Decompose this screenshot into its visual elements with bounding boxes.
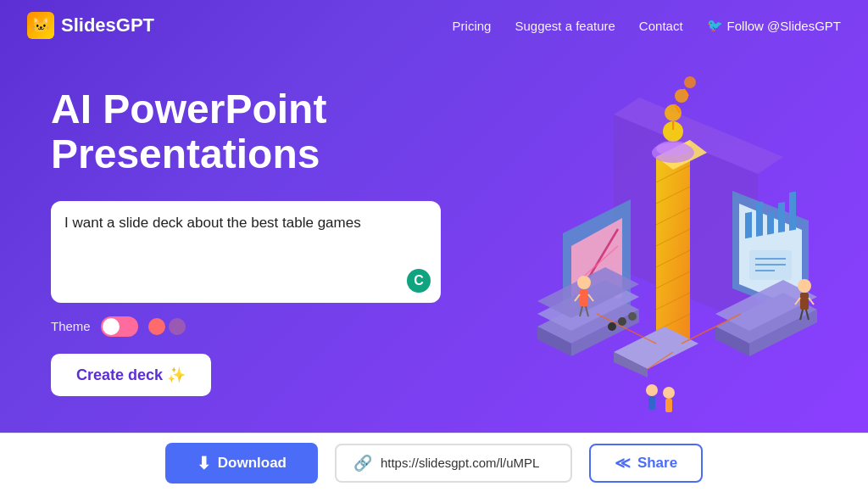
text-input-wrapper: I want a slide deck about the best table…: [51, 201, 441, 303]
nav-pricing[interactable]: Pricing: [453, 19, 492, 33]
link-icon: 🔗: [353, 454, 372, 472]
svg-rect-10: [767, 212, 774, 234]
share-button[interactable]: ≪ Share: [589, 444, 703, 483]
url-display: 🔗 https://slidesgpt.com/l/uMPL: [335, 444, 572, 483]
brand-name: SlidesGPT: [61, 14, 154, 36]
twitter-label: Follow @SlidesGPT: [727, 19, 841, 33]
svg-rect-53: [800, 293, 809, 310]
prompt-input[interactable]: I want a slide deck about the best table…: [64, 215, 427, 266]
nav-suggest[interactable]: Suggest a feature: [515, 19, 615, 33]
svg-point-46: [577, 276, 591, 289]
share-url: https://slidesgpt.com/l/uMPL: [381, 456, 540, 470]
theme-row: Theme: [51, 316, 475, 337]
twitter-icon: 🐦: [707, 18, 723, 33]
svg-point-52: [798, 279, 811, 293]
svg-point-26: [684, 76, 696, 88]
logo-area: 🐱 SlidesGPT: [27, 12, 154, 39]
navbar: 🐱 SlidesGPT Pricing Suggest a feature Co…: [0, 0, 868, 51]
svg-point-60: [663, 387, 675, 399]
logo-icon: 🐱: [27, 12, 54, 39]
nav-contact[interactable]: Contact: [639, 19, 683, 33]
chatgpt-icon: C: [407, 269, 431, 293]
download-button[interactable]: ⬇ Download: [165, 443, 318, 484]
svg-point-62: [608, 322, 616, 331]
logo-emoji: 🐱: [31, 16, 50, 35]
create-deck-button[interactable]: Create deck ✨: [51, 354, 211, 396]
svg-rect-61: [665, 399, 672, 412]
chatgpt-letter: C: [414, 273, 424, 288]
svg-rect-47: [580, 289, 588, 306]
download-icon: ⬇: [197, 453, 211, 473]
bottom-bar: ⬇ Download 🔗 https://slidesgpt.com/l/uMP…: [0, 433, 868, 492]
download-label: Download: [218, 455, 287, 472]
main-area: 🐱 SlidesGPT Pricing Suggest a feature Co…: [0, 0, 868, 433]
theme-toggle[interactable]: [101, 316, 138, 337]
svg-rect-8: [745, 212, 752, 238]
nav-links: Pricing Suggest a feature Contact 🐦 Foll…: [453, 18, 841, 33]
hero-illustration: [487, 64, 843, 420]
left-panel: AI PowerPoint Presentations I want a sli…: [51, 87, 475, 396]
theme-label: Theme: [51, 319, 91, 333]
svg-point-64: [628, 312, 637, 321]
share-label: Share: [637, 455, 677, 472]
toggle-knob: [103, 318, 120, 335]
theme-dot-1: [148, 318, 165, 335]
svg-marker-13: [656, 140, 690, 361]
svg-point-58: [646, 384, 658, 396]
hero-content: AI PowerPoint Presentations I want a sli…: [0, 51, 868, 433]
nav-twitter[interactable]: 🐦 Follow @SlidesGPT: [707, 18, 841, 33]
illustration-panel: [487, 64, 843, 420]
hero-title-line2: Presentations: [51, 131, 320, 176]
share-icon: ≪: [615, 454, 631, 472]
svg-rect-59: [648, 396, 655, 410]
svg-point-45: [656, 141, 690, 156]
theme-dots: [148, 318, 186, 335]
hero-title: AI PowerPoint Presentations: [51, 87, 475, 177]
svg-rect-9: [756, 202, 763, 237]
hero-title-line1: AI PowerPoint: [51, 87, 326, 131]
svg-rect-12: [789, 192, 796, 231]
svg-rect-11: [778, 202, 785, 232]
theme-dot-2: [169, 318, 186, 335]
svg-point-63: [618, 317, 626, 326]
